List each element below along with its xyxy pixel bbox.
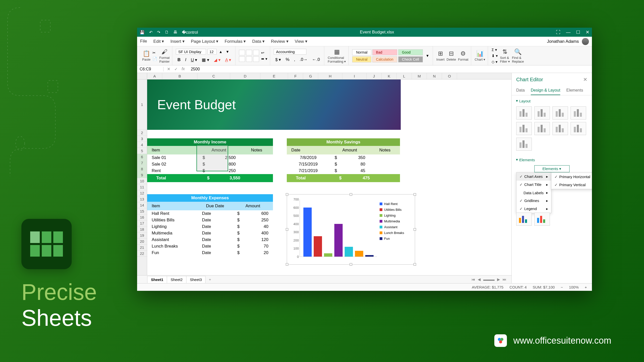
layout-thumb-6[interactable] [552,122,568,135]
scroll-prev-icon[interactable]: ◀ [478,277,481,282]
font-shrink-icon[interactable]: ▾ [225,49,230,55]
currency-icon[interactable]: $ ▾ [274,57,283,63]
new-doc-icon[interactable]: 🗋 [165,30,169,34]
elements-section-title[interactable]: Elements [516,158,587,162]
bold-button[interactable]: B [176,57,182,63]
font-select[interactable]: SF UI Display [176,49,206,55]
format-painter-button[interactable]: 🖌Format Painter [159,48,170,63]
ce-tab-designlayout[interactable]: Design & Layout [531,86,560,95]
share-icon[interactable]: �control [182,30,198,35]
percent-icon[interactable]: % [284,57,291,63]
zoom-in-icon[interactable]: + [585,285,587,289]
style-check-cell[interactable]: Check Cell [398,56,423,62]
row-headers[interactable]: 12345678910111213141516171819202122 [137,79,147,275]
merge-icon[interactable]: ⬌ ▾ [261,57,267,61]
menu-insert[interactable]: Insert ▾ [168,38,187,45]
minimize-icon[interactable]: — [566,30,571,35]
menu-page[interactable]: Page Layout ▾ [188,38,221,45]
comma-icon[interactable]: , [293,57,297,63]
elem-sub-primary-horizontal[interactable]: Primary Horizontal [551,173,592,181]
column-headers[interactable]: ABCDEFGHIJKLMNO [137,73,511,79]
print-icon[interactable]: 🖶 [173,30,177,34]
layout-section-title[interactable]: Layout [516,99,587,103]
undo-icon[interactable]: ↶ [149,30,152,35]
formula-value[interactable]: 2500 [188,67,202,71]
format-button[interactable]: ⚙Format [458,50,468,61]
copy-icon[interactable]: 📄 [152,57,157,61]
styles-more-icon[interactable]: ▾ [425,53,430,59]
ce-tab-elements[interactable]: Elements [566,86,583,95]
layout-thumb-8[interactable] [516,138,532,151]
elem-item-data-labels[interactable]: Data Labels▸ [516,189,551,197]
accept-formula-icon[interactable]: ✓ [174,67,178,71]
fx-icon[interactable]: fx [182,67,185,71]
border-button[interactable]: ▦ ▾ [200,57,211,63]
layout-thumb-0[interactable] [516,106,532,119]
user-name[interactable]: Jonathan Adams [547,39,579,44]
layout-thumb-7[interactable] [571,122,586,135]
elem-item-chart-axes[interactable]: Chart Axes▸ [516,173,551,181]
add-sheet-button[interactable]: + [205,277,215,281]
ce-tab-data[interactable]: Data [516,86,525,95]
redo-icon[interactable]: ↷ [157,30,160,35]
layout-thumb-4[interactable] [516,122,532,135]
layout-thumb-5[interactable] [534,122,550,135]
embedded-chart[interactable]: 7006005004003002001000 Hall RentUtilitie… [287,194,415,265]
style-bad[interactable]: Bad [372,49,397,55]
scroll-thumb[interactable]: ▬▬▬ [483,277,495,282]
avatar[interactable] [582,38,589,45]
font-color-button[interactable]: A ▾ [224,57,233,63]
inc-decimal-icon[interactable]: .0→ [298,57,309,63]
fill-color-button[interactable]: ◢ ▾ [212,57,222,63]
sheet-tab-sheet1[interactable]: Sheet1 [147,276,167,283]
sheet-tab-sheet2[interactable]: Sheet2 [167,276,186,283]
style-thumb[interactable] [516,213,532,226]
style-calculation[interactable]: Calculation [372,56,397,62]
delete-button[interactable]: ⊟Delete [447,50,456,61]
fill-icon[interactable]: ⬇ ▾ [492,54,498,58]
autosum-icon[interactable]: Σ ▾ [492,48,498,52]
elem-item-chart-title[interactable]: Chart Title▸ [516,181,551,189]
menu-review[interactable]: Review ▾ [268,38,291,45]
style-good[interactable]: Good [398,49,423,55]
elements-dropdown[interactable]: Elements ▾ [534,165,570,172]
clear-icon[interactable]: ◇ ▾ [492,60,498,64]
style-neutral[interactable]: Neutral [352,56,371,62]
wrap-text-icon[interactable]: ↩ [261,51,267,55]
cut-icon[interactable]: ✂ [152,51,157,55]
maximize-icon[interactable]: ☐ [576,29,580,35]
close-icon[interactable]: ✕ [586,29,589,35]
scroll-next-icon[interactable]: ▶ [497,277,500,282]
menu-view[interactable]: View ▾ [292,38,310,45]
underline-button[interactable]: U ▾ [189,57,199,63]
elem-item-legend[interactable]: Legend▸ [516,205,551,213]
align-grid[interactable] [239,50,259,62]
cancel-formula-icon[interactable]: ✕ [167,67,170,71]
style-thumb[interactable] [534,213,550,226]
number-format-select[interactable]: Accounting [274,49,306,55]
find-replace-button[interactable]: 🔍Find & Replace [512,48,524,63]
close-panel-icon[interactable]: ✕ [583,76,587,83]
layout-thumb-1[interactable] [534,106,550,119]
menu-edit[interactable]: Edit ▾ [151,38,167,45]
fullscreen-icon[interactable]: ⛶ [556,30,560,35]
font-grow-icon[interactable]: ▴ [218,49,223,55]
dec-decimal-icon[interactable]: ←.0 [311,57,321,63]
conditional-formatting-button[interactable]: ▦Conditional Formatting ▾ [328,48,346,63]
zoom-out-icon[interactable]: − [561,285,563,289]
chart-button[interactable]: 📊Chart ▾ [475,50,485,61]
font-size-select[interactable]: 12 [208,49,217,55]
scroll-last-icon[interactable]: ⏭ [503,277,506,282]
scroll-first-icon[interactable]: ⏮ [471,277,475,282]
sort-filter-button[interactable]: ⇅Sort & Filter ▾ [500,48,510,63]
save-icon[interactable]: 💾 [140,30,145,35]
elem-sub-primary-vertical[interactable]: Primary Vertical [551,181,592,189]
elem-item-gridlines[interactable]: Gridlines▸ [516,197,551,205]
layout-thumb-3[interactable] [571,106,586,119]
menu-file[interactable]: File [140,38,149,45]
sheet-tab-sheet3[interactable]: Sheet3 [186,276,206,283]
layout-thumb-2[interactable] [552,106,568,119]
menu-formulas[interactable]: Formulas ▾ [222,38,249,45]
italic-button[interactable]: I [184,57,188,63]
insert-button[interactable]: ⊞Insert [436,50,445,61]
